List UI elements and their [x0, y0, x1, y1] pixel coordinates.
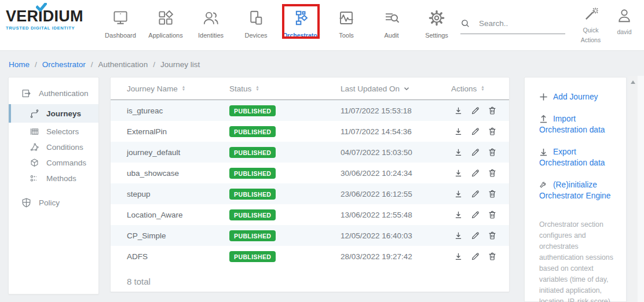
edit-pencil-icon[interactable]	[471, 231, 480, 240]
nav-item-devices[interactable]: Devices	[233, 0, 279, 51]
orchestrator-flowchart-icon	[292, 8, 310, 28]
last-updated: 12/05/2022 16:40:03	[341, 231, 451, 240]
sidebar-item-label: Journeys	[46, 109, 81, 118]
login-arrow-icon	[21, 88, 32, 99]
column-header-status[interactable]: Status▲▼	[229, 84, 341, 93]
delete-trash-icon[interactable]	[488, 231, 497, 240]
nav-label: Devices	[244, 32, 267, 39]
reinitialize-engine-link[interactable]: (Re)initialize Orchestrator Engine	[525, 179, 626, 201]
sort-both-icon: ▲▼	[255, 86, 259, 91]
sidebar-item-conditions[interactable]: Conditions	[9, 139, 98, 155]
search-input[interactable]	[479, 19, 560, 28]
download-icon[interactable]	[453, 252, 463, 262]
delete-trash-icon[interactable]	[488, 148, 497, 157]
nav-item-identities[interactable]: Identities	[188, 0, 233, 51]
breadcrumb: Home / Orchestrator / Authentication / J…	[0, 51, 644, 77]
export-orchestration-link[interactable]: Export Orchestration data	[525, 146, 626, 168]
sidebar-item-policy[interactable]: Policy	[9, 194, 98, 212]
edit-pencil-icon[interactable]	[471, 189, 480, 198]
nav-item-dashboard[interactable]: Dashboard	[98, 0, 143, 51]
download-icon[interactable]	[453, 127, 463, 137]
download-icon[interactable]	[453, 168, 463, 178]
edit-pencil-icon[interactable]	[471, 148, 480, 157]
journey-name: uba_showcase	[127, 169, 229, 178]
nav-label: Settings	[425, 32, 448, 39]
download-icon[interactable]	[453, 189, 463, 199]
status-badge: PUBLISHED	[229, 209, 276, 220]
column-header-last-updated[interactable]: Last Updated On	[341, 84, 451, 93]
last-updated: 11/07/2022 14:54:36	[341, 127, 451, 136]
sidebar-item-selectors[interactable]: Selectors	[9, 124, 98, 139]
download-icon[interactable]	[453, 210, 463, 220]
last-updated: 04/07/2022 15:03:50	[341, 148, 451, 157]
search-icon	[460, 19, 470, 28]
sort-both-icon: ▲▼	[182, 86, 185, 91]
journey-name: CP_Simple	[127, 231, 229, 240]
status-badge: PUBLISHED	[229, 168, 276, 179]
nav-label: Orchestrator	[283, 32, 320, 39]
table-row[interactable]: stepup PUBLISHED 23/06/2022 16:12:55	[111, 183, 509, 204]
journey-name: ExternalPin	[127, 127, 229, 136]
table-row[interactable]: CP_Simple PUBLISHED 12/05/2022 16:40:03	[111, 225, 509, 246]
sort-desc-icon	[404, 87, 409, 91]
quick-actions-button[interactable]: QuickActions	[576, 7, 606, 45]
breadcrumb-separator: /	[91, 60, 93, 69]
delete-trash-icon[interactable]	[488, 189, 497, 198]
column-header-journey-name[interactable]: Journey Name▲▼	[127, 84, 229, 93]
top-header: VERIDIUM TRUSTED DIGITAL IDENTITY Dashbo…	[0, 0, 644, 51]
selectors-table-icon	[30, 127, 39, 137]
scroll-up-arrow-icon[interactable]	[631, 80, 635, 84]
logo-checkmark-icon	[36, 3, 47, 12]
edit-pencil-icon[interactable]	[471, 106, 480, 115]
sidebar: Authentication Journeys Selectors Condit…	[8, 77, 99, 294]
breadcrumb-home[interactable]: Home	[9, 60, 30, 69]
edit-pencil-icon[interactable]	[471, 127, 480, 136]
sidebar-item-authentication[interactable]: Authentication	[9, 84, 98, 102]
plus-icon	[539, 93, 548, 101]
import-orchestration-link[interactable]: Import Orchestration data	[525, 113, 626, 135]
nav-item-settings[interactable]: Settings	[414, 0, 459, 51]
nav-item-applications[interactable]: Applications	[143, 0, 188, 51]
edit-pencil-icon[interactable]	[471, 168, 480, 178]
breadcrumb-separator: /	[153, 60, 155, 69]
add-journey-link[interactable]: Add Journey	[525, 91, 626, 102]
delete-trash-icon[interactable]	[488, 106, 497, 115]
download-icon[interactable]	[453, 148, 463, 157]
column-header-actions[interactable]: Actions▲▼	[451, 84, 509, 93]
breadcrumb-journey-list: Journey list	[160, 60, 200, 69]
edit-pencil-icon[interactable]	[471, 252, 480, 261]
table-row[interactable]: uba_showcase PUBLISHED 30/06/2022 10:24:…	[111, 163, 509, 183]
delete-trash-icon[interactable]	[488, 252, 497, 261]
sidebar-item-label: Commands	[46, 159, 86, 167]
vertical-scrollbar[interactable]	[628, 76, 638, 302]
delete-trash-icon[interactable]	[488, 168, 497, 178]
table-row[interactable]: ADFS PUBLISHED 28/03/2022 19:27:42	[111, 246, 509, 267]
methods-dots-icon	[30, 174, 39, 183]
sidebar-item-methods[interactable]: Methods	[9, 171, 98, 186]
download-icon[interactable]	[453, 231, 463, 241]
status-badge: PUBLISHED	[229, 126, 276, 137]
user-menu[interactable]: david	[610, 8, 638, 37]
table-row[interactable]: ExternalPin PUBLISHED 11/07/2022 14:54:3…	[111, 121, 509, 142]
nav-item-orchestrator[interactable]: Orchestrator	[279, 0, 324, 51]
journey-name: is_gtureac	[127, 106, 229, 115]
sidebar-item-journeys[interactable]: Journeys	[9, 104, 98, 123]
delete-trash-icon[interactable]	[488, 210, 497, 219]
status-badge: PUBLISHED	[229, 230, 276, 241]
table-row[interactable]: journey_default PUBLISHED 04/07/2022 15:…	[111, 142, 509, 163]
sidebar-item-commands[interactable]: Commands	[9, 155, 98, 171]
download-icon[interactable]	[453, 106, 463, 116]
table-row[interactable]: Location_Aware PUBLISHED 13/06/2022 12:5…	[111, 204, 509, 225]
edit-pencil-icon[interactable]	[471, 210, 480, 219]
delete-trash-icon[interactable]	[488, 127, 497, 136]
sidebar-item-label: Conditions	[46, 143, 83, 152]
table-row[interactable]: is_gtureac PUBLISHED 11/07/2022 15:53:18	[111, 100, 509, 121]
last-updated: 23/06/2022 16:12:55	[341, 190, 451, 198]
veridium-logo[interactable]: VERIDIUM TRUSTED DIGITAL IDENTITY	[6, 9, 83, 31]
breadcrumb-orchestrator[interactable]: Orchestrator	[42, 60, 86, 69]
nav-item-audit[interactable]: Audit	[369, 0, 414, 51]
quick-actions-label-line2: Actions	[581, 36, 601, 43]
nav-label: Applications	[148, 32, 182, 39]
nav-item-tools[interactable]: Tools	[324, 0, 369, 51]
sidebar-item-label: Methods	[46, 174, 76, 183]
